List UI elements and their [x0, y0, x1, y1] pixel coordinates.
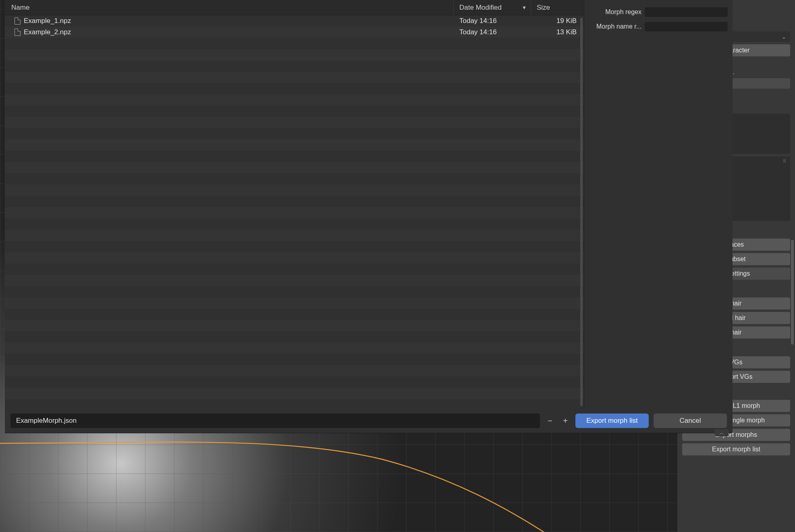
- cancel-button[interactable]: Cancel: [654, 414, 727, 428]
- file-row: [5, 218, 584, 230]
- operator-options: Morph regex Morph name r...: [584, 0, 733, 409]
- panel-scrollbar[interactable]: [791, 2, 794, 530]
- file-row: [5, 117, 584, 128]
- column-header-date-label: Date Modified: [459, 4, 502, 12]
- file-icon: [15, 17, 21, 25]
- file-list-scrollbar[interactable]: [580, 18, 583, 406]
- file-row: [5, 83, 584, 94]
- file-row: [5, 196, 584, 207]
- decrement-button[interactable]: −: [545, 416, 555, 426]
- file-row: [5, 320, 584, 331]
- sort-descending-icon: ▼: [522, 5, 527, 10]
- file-row[interactable]: Example_2.npzToday 14:1613 KiB: [5, 27, 584, 38]
- file-row: [5, 365, 584, 376]
- file-row: [5, 230, 584, 241]
- morph-name-input[interactable]: [645, 22, 728, 31]
- file-row: [5, 38, 584, 49]
- file-row: [5, 331, 584, 343]
- chevron-up-icon: ︿: [719, 430, 724, 436]
- file-row: [5, 162, 584, 173]
- morph-regex-input[interactable]: [645, 7, 728, 17]
- increment-button[interactable]: +: [560, 416, 571, 426]
- morph-name-label: Morph name r...: [589, 23, 641, 30]
- file-row: [5, 173, 584, 185]
- file-row: [5, 106, 584, 117]
- file-row: [5, 72, 584, 83]
- file-row: [5, 275, 584, 286]
- file-date: Today 14:16: [454, 28, 531, 36]
- export-morph-list-button[interactable]: Export morph list: [682, 443, 790, 455]
- file-browser-dialog: Name Date Modified ▼ Size Example_1.npzT…: [5, 0, 733, 433]
- file-list[interactable]: Example_1.npzToday 14:1619 KiBExample_2.…: [5, 15, 584, 409]
- file-row: [5, 151, 584, 162]
- file-row: [5, 264, 584, 275]
- dialog-footer: − + Export morph list Cancel: [5, 409, 733, 433]
- file-row: [5, 60, 584, 72]
- file-name: Example_2.npz: [24, 28, 71, 36]
- file-row: [5, 139, 584, 151]
- file-row: [5, 185, 584, 196]
- file-row: [5, 309, 584, 320]
- file-icon: [15, 29, 21, 36]
- column-header-name[interactable]: Name: [5, 0, 454, 15]
- file-row: [5, 94, 584, 106]
- file-row: [5, 297, 584, 309]
- column-header-size[interactable]: Size: [531, 0, 584, 15]
- export-morph-list-confirm-button[interactable]: Export morph list: [575, 414, 649, 428]
- file-row: [5, 388, 584, 399]
- file-name: Example_1.npz: [24, 17, 71, 25]
- file-list-header: Name Date Modified ▼ Size: [5, 0, 584, 15]
- collapse-toggle[interactable]: ︿: [715, 429, 729, 436]
- file-row: [5, 354, 584, 365]
- file-row[interactable]: Example_1.npzToday 14:1619 KiB: [5, 15, 584, 27]
- column-header-date[interactable]: Date Modified ▼: [454, 0, 531, 15]
- morph-regex-label: Morph regex: [589, 8, 641, 16]
- file-size: 13 KiB: [531, 28, 584, 36]
- file-row: [5, 49, 584, 60]
- file-row: [5, 376, 584, 388]
- file-row: [5, 207, 584, 218]
- file-row: [5, 286, 584, 297]
- file-row: [5, 241, 584, 252]
- file-row: [5, 252, 584, 264]
- file-row: [5, 128, 584, 139]
- file-row: [5, 343, 584, 354]
- filename-input[interactable]: [10, 414, 540, 428]
- file-size: 19 KiB: [531, 17, 584, 25]
- file-date: Today 14:16: [454, 17, 531, 25]
- resize-grip-icon[interactable]: ⠿: [783, 159, 788, 163]
